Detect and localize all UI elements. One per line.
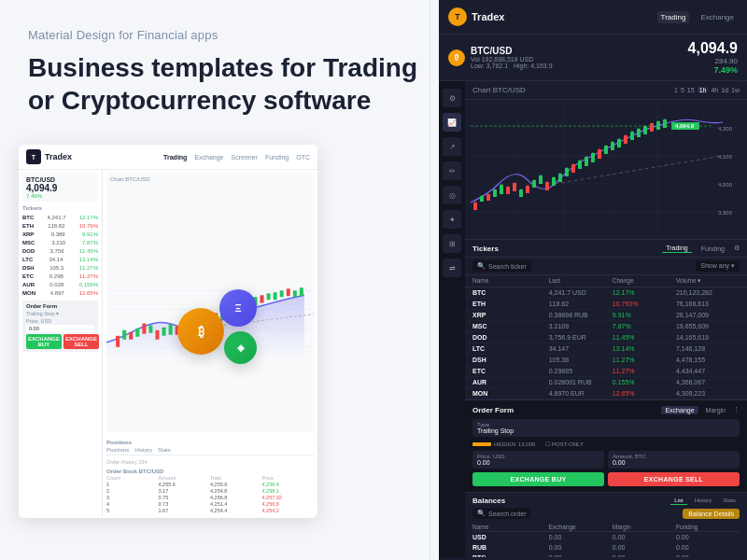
dark-of-price-row: Price, USD 0.00 Amount, BTC 0.00: [472, 451, 740, 469]
svg-rect-74: [565, 168, 569, 176]
dark-of-settings[interactable]: ⋮: [733, 406, 740, 414]
dark-nav-exchange[interactable]: Exchange: [697, 11, 738, 23]
dark-pair-info: BTC/USD Vol 192,688,518 USD Low: 3,782.1…: [471, 46, 553, 69]
time-1w[interactable]: 1w: [731, 87, 740, 93]
dark-logo-icon: T: [448, 7, 467, 26]
dark-buy-button[interactable]: EXCHANGE BUY: [472, 472, 604, 486]
subtitle: Material Design for Financial apps: [28, 28, 420, 42]
dark-sell-button[interactable]: EXCHANGE SELL: [608, 472, 740, 486]
dark-of-amount-value: 0.00: [613, 459, 735, 466]
time-1m[interactable]: 1: [674, 87, 678, 93]
tool-pen[interactable]: ✏: [443, 161, 461, 180]
show-any-dropdown[interactable]: Show any ▾: [696, 260, 740, 272]
svg-rect-100: [650, 123, 654, 132]
small-logo: T Tradex: [26, 149, 72, 164]
dark-tickers-header: Tickers Trading Funding ⚙: [465, 240, 747, 258]
small-sidebar: BTC/USD 4,094.9 7.49% Tickers BTC 4,241.…: [19, 170, 103, 517]
dark-bal-tab-stats[interactable]: Stats: [719, 497, 740, 505]
dark-of-amount-field[interactable]: Amount, BTC 0.00: [608, 451, 740, 469]
dark-pair-change: 7.49%: [688, 65, 738, 75]
time-1d[interactable]: 1d: [721, 87, 728, 93]
search-order-placeholder: Search order: [488, 511, 526, 517]
table-row: USD 0.00 0.00 0.00: [472, 532, 740, 542]
svg-rect-104: [663, 119, 667, 128]
dark-tab-trading[interactable]: Trading: [662, 244, 691, 253]
search-order[interactable]: 🔍 Search order: [472, 508, 530, 519]
dark-of-tabs: Exchange Margin ⋮: [661, 406, 740, 414]
dark-chart-section: Chart BTC/USD 1 5 15 1h 4h 1d 1w: [465, 81, 747, 557]
tool-chart[interactable]: 📈: [443, 113, 461, 132]
dark-balances-title: Balances: [472, 497, 505, 505]
table-row: XRP 0.38898 RUB 9.91% 28,147,009: [465, 310, 747, 321]
dark-balances: Balances List History Stats 🔍 Search ord…: [465, 492, 747, 557]
tickers-search[interactable]: 🔍 Search ticker: [472, 260, 531, 272]
main-title: Business templates for Trading or Crypto…: [28, 51, 420, 117]
dark-pair-left: ₿ BTC/USD Vol 192,688,518 USD Low: 3,782…: [448, 46, 553, 69]
time-1h[interactable]: 1h: [698, 87, 709, 93]
dark-bal-tab-list[interactable]: List: [670, 497, 686, 505]
list-item: AUR 0.028 0.155%: [22, 280, 98, 288]
small-tickers-label: Tickers: [22, 205, 98, 211]
dark-nav-trading[interactable]: Trading: [657, 11, 690, 23]
tool-swap[interactable]: ⇄: [443, 259, 461, 277]
left-panel: Material Design for Financial apps Busin…: [0, 0, 439, 560]
tickers-search-row: 🔍 Search ticker Show any ▾: [465, 258, 747, 275]
balance-col-headers: Name Exchange Margin Funding: [472, 523, 740, 532]
eth-coin: Ξ: [219, 289, 257, 327]
dark-tickers-title: Tickers: [472, 245, 499, 253]
svg-rect-56: [506, 187, 510, 194]
svg-rect-5: [122, 330, 126, 340]
list-item: DSH 105.3 11.27%: [22, 263, 98, 272]
dark-brand: Tradex: [472, 11, 504, 22]
time-15m[interactable]: 15: [687, 87, 695, 93]
svg-rect-92: [624, 135, 627, 144]
tool-arrow[interactable]: ↗: [443, 137, 461, 156]
dark-bal-tab-history[interactable]: History: [691, 497, 716, 505]
tickers-settings[interactable]: ⚙: [734, 245, 740, 252]
list-item: XRP 0.389 9.91%: [22, 230, 98, 238]
svg-rect-68: [545, 182, 549, 190]
small-buy-button[interactable]: EXCHANGE BUY: [26, 334, 62, 349]
tool-settings[interactable]: ⚙: [443, 89, 461, 107]
svg-rect-29: [287, 288, 290, 296]
svg-rect-90: [617, 139, 621, 147]
small-brand: Tradex: [45, 152, 72, 161]
table-row: BTC 4,241.7 USD 12.17% 210,123,282: [465, 287, 747, 299]
table-row: 2 3.17 4,254.8 4,258.1: [106, 488, 314, 494]
svg-rect-84: [598, 149, 601, 159]
time-5m[interactable]: 5: [681, 87, 684, 93]
svg-rect-60: [519, 189, 523, 197]
time-4h[interactable]: 4h: [711, 87, 718, 93]
small-nav-otc: OTC: [296, 154, 310, 161]
table-row: MSC 3.2109 7.87% 19,655,609: [465, 321, 747, 332]
panel-divider: [430, 0, 430, 560]
svg-text:4,094.9: 4,094.9: [675, 123, 695, 129]
svg-rect-7: [135, 329, 139, 337]
small-sell-button[interactable]: EXCHANGE SELL: [63, 334, 99, 349]
small-price-label: Price, USD: [26, 318, 94, 324]
small-pair-name: BTC/USD: [26, 176, 94, 183]
dark-pair-name: BTC/USD: [471, 46, 553, 56]
svg-rect-9: [148, 326, 152, 333]
tool-circle[interactable]: ◎: [443, 186, 461, 204]
dark-of-tab-margin[interactable]: Margin: [702, 406, 729, 414]
dark-of-tab-exchange[interactable]: Exchange: [661, 406, 698, 414]
dark-of-header: Order Form Exchange Margin ⋮: [472, 406, 740, 414]
dark-of-type-field[interactable]: Type Trailing Stop: [472, 419, 740, 437]
search-ticker-placeholder: Search ticker: [488, 263, 527, 270]
small-order-history-label: Order History 234: [106, 457, 314, 467]
balance-details-button[interactable]: Balance Details: [683, 509, 740, 519]
dark-tab-funding[interactable]: Funding: [698, 245, 728, 253]
dark-of-price-field[interactable]: Price, USD 0.00: [472, 451, 604, 469]
list-item: MON 4.897 12.65%: [22, 288, 98, 297]
svg-rect-86: [604, 146, 608, 154]
tool-star[interactable]: ✦: [443, 210, 461, 229]
tool-grid[interactable]: ⊞: [443, 234, 461, 253]
table-row: DOD 3,756.9 EUR 11.45% 14,165,619: [465, 332, 747, 343]
dark-app-header: T Tradex Trading Exchange: [439, 0, 747, 35]
small-nav-screener: Screener: [232, 154, 258, 161]
small-of-title: Order Form: [26, 303, 94, 309]
small-app-header: T Tradex Trading Exchange Screener Fundi…: [19, 145, 317, 170]
dark-chart-svg: 4,200 4,100 4,000 3,900: [465, 100, 747, 235]
svg-rect-64: [532, 180, 536, 188]
